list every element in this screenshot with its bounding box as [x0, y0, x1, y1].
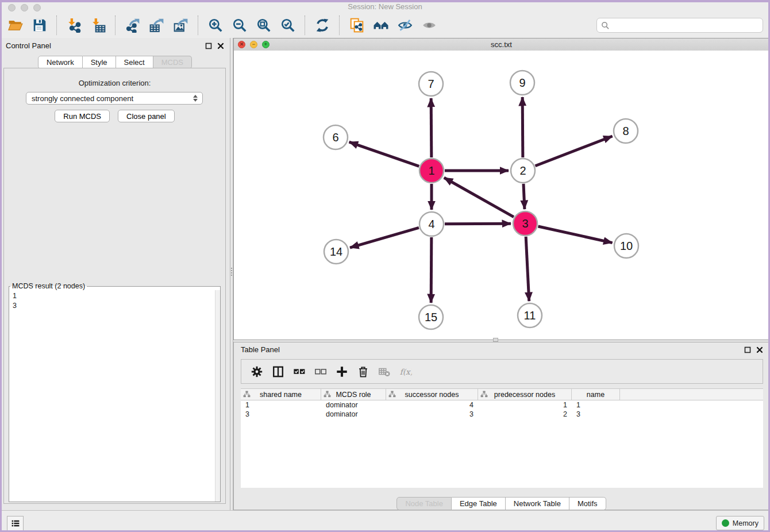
mcds-panel: Optimization criterion: strongly connect… — [3, 68, 226, 504]
graph-edge-4-3[interactable] — [445, 223, 511, 224]
tab-select[interactable]: Select — [116, 56, 153, 69]
graph-node-2[interactable]: 2 — [511, 159, 535, 183]
select-all-button[interactable] — [291, 363, 308, 380]
graph-edge-1-6[interactable] — [349, 142, 419, 166]
save-button[interactable] — [30, 16, 49, 35]
zoom-out-button[interactable] — [230, 16, 249, 35]
table-row-1[interactable]: 1dominator411 — [241, 400, 763, 410]
column-header-shared-name[interactable]: shared name — [241, 389, 321, 400]
close-panel-icon[interactable] — [217, 42, 224, 49]
copy-network-button[interactable] — [347, 16, 367, 35]
graph-node-3[interactable]: 3 — [513, 211, 537, 236]
cell-predecessor-nodes[interactable]: 1 — [478, 400, 572, 410]
search-input[interactable] — [612, 19, 763, 32]
graph-node-15[interactable]: 15 — [419, 305, 443, 329]
node-label: 1 — [428, 164, 434, 177]
column-header-name[interactable]: name — [572, 389, 620, 400]
graph-node-7[interactable]: 7 — [419, 72, 443, 96]
split-columns-button[interactable] — [270, 363, 287, 380]
select-all-icon — [293, 365, 306, 378]
control-panel-title: Control Panel — [6, 41, 51, 50]
open-folder-button[interactable] — [6, 16, 25, 35]
graph-edge-4-14[interactable] — [350, 228, 419, 248]
splitter-grip[interactable] — [493, 338, 498, 342]
eye-hide-button[interactable] — [395, 16, 415, 35]
graph-edge-2-9[interactable] — [522, 97, 523, 157]
task-list-button[interactable] — [7, 516, 24, 531]
delete-icon — [357, 365, 369, 378]
tab-motifs[interactable]: Motifs — [569, 497, 606, 510]
cell-MCDS-role[interactable]: dominator — [321, 410, 386, 419]
column-header-successor-nodes[interactable]: successor nodes — [386, 389, 478, 400]
graph-node-6[interactable]: 6 — [324, 125, 348, 149]
table-row-2[interactable]: 3dominator323 — [241, 410, 763, 419]
tab-node-table[interactable]: Node Table — [396, 497, 452, 510]
graph-node-11[interactable]: 11 — [518, 303, 542, 327]
home-button[interactable] — [371, 16, 391, 35]
cell-successor-nodes[interactable]: 3 — [386, 410, 478, 419]
zoom-fit-button[interactable] — [254, 16, 274, 35]
network-canvas[interactable]: 7968124314101511 — [234, 51, 769, 340]
import-table-button[interactable] — [88, 16, 108, 35]
graph-edge-3-1[interactable] — [444, 178, 514, 217]
cell-name[interactable]: 3 — [572, 410, 620, 419]
zoom-in-button[interactable] — [206, 16, 225, 35]
titlebar: Session: New Session — [0, 0, 770, 13]
export-image-button[interactable] — [171, 16, 191, 35]
cell-shared-name[interactable]: 1 — [241, 400, 321, 410]
eye-show-button[interactable] — [419, 16, 439, 35]
refresh-button[interactable] — [313, 16, 332, 35]
cell-shared-name[interactable]: 3 — [241, 410, 321, 419]
node-label: 4 — [428, 218, 434, 230]
mcds-result-text[interactable]: 1 3 — [9, 290, 215, 502]
tab-network[interactable]: Network — [38, 56, 83, 69]
column-header-predecessor-nodes[interactable]: predecessor nodes — [478, 389, 572, 400]
cell-MCDS-role[interactable]: dominator — [321, 400, 386, 410]
export-network-button[interactable] — [123, 16, 143, 35]
float-panel-icon[interactable] — [205, 42, 212, 49]
tab-edge-table[interactable]: Edge Table — [452, 497, 506, 510]
graph-node-14[interactable]: 14 — [324, 240, 348, 264]
export-table-icon — [149, 18, 164, 33]
tab-style[interactable]: Style — [83, 56, 116, 69]
zoom-fit-icon — [256, 18, 271, 33]
graph-node-1[interactable]: 1 — [419, 159, 444, 183]
import-network-button[interactable] — [64, 16, 84, 35]
cell-predecessor-nodes[interactable]: 2 — [478, 410, 572, 419]
column-header-MCDS-role[interactable]: MCDS role — [321, 389, 386, 400]
cell-successor-nodes[interactable]: 4 — [386, 400, 478, 410]
delete-button[interactable] — [355, 363, 372, 380]
graph-node-9[interactable]: 9 — [510, 71, 534, 95]
cell-name[interactable]: 1 — [572, 400, 620, 410]
search-field[interactable] — [596, 18, 763, 33]
settings-gear-button[interactable] — [248, 363, 265, 380]
export-image-icon — [174, 18, 188, 33]
graph-edge-3-10[interactable] — [538, 226, 612, 243]
memory-button[interactable]: Memory — [716, 516, 764, 530]
graph-edge-1-7[interactable] — [431, 98, 432, 157]
graph-edge-4-15[interactable] — [431, 237, 432, 303]
graph-edge-2-3[interactable] — [523, 184, 525, 209]
window-title: Session: New Session — [0, 2, 770, 11]
graph-node-10[interactable]: 10 — [614, 234, 638, 258]
close-panel-icon[interactable] — [756, 346, 763, 353]
zoom-selected-button[interactable] — [278, 16, 298, 35]
graph-node-4[interactable]: 4 — [419, 212, 444, 236]
close-panel-button[interactable]: Close panel — [118, 110, 175, 122]
deselect-all-button[interactable] — [312, 363, 329, 380]
graph-edge-2-8[interactable] — [535, 136, 612, 166]
result-scrollbar[interactable] — [215, 290, 220, 502]
home-icon — [374, 18, 388, 33]
criterion-select[interactable]: strongly connected component — [26, 92, 203, 105]
tab-mcds[interactable]: MCDS — [153, 56, 192, 69]
run-mcds-button[interactable]: Run MCDS — [55, 110, 110, 122]
float-panel-icon[interactable] — [744, 346, 751, 353]
graph-node-8[interactable]: 8 — [614, 119, 638, 143]
network-window-titlebar: ✕ − + scc.txt — [234, 38, 769, 52]
hierarchy-icon — [480, 391, 488, 398]
graph-edge-3-11[interactable] — [526, 237, 529, 301]
tab-network-table[interactable]: Network Table — [506, 497, 569, 510]
export-table-button[interactable] — [147, 16, 167, 35]
column-label: successor nodes — [405, 391, 459, 399]
add-button[interactable] — [333, 363, 351, 380]
